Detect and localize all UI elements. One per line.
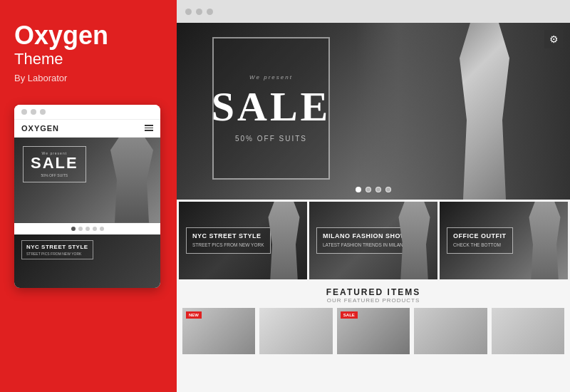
sale-card: We present SALE 50% OFF SUITS (212, 37, 330, 180)
mobile-title-bar (14, 105, 160, 120)
category-banner-1[interactable]: NYC STREET STYLE STREET PICS FROM NEW YO… (179, 202, 307, 279)
hero-off-text: 50% OFF SUITS (235, 135, 307, 143)
mobile-dot-3 (40, 109, 46, 115)
mobile-dot-3[interactable] (86, 227, 90, 231)
mobile-mockup: OXYGEN We present SALE 50% OFF SUITS NYC… (14, 105, 160, 288)
products-row: NEW SALE (182, 308, 564, 354)
mobile-woman-silhouette (110, 138, 153, 223)
browser-dot-1 (185, 9, 192, 15)
brand-title: Oxygen (14, 21, 162, 50)
hero-slider-dots (356, 187, 391, 192)
product-card-4[interactable] (414, 308, 487, 354)
cat-title-1: NYC STREET STYLE (192, 232, 264, 240)
right-panel: We present SALE 50% OFF SUITS NYC STREET… (177, 0, 570, 392)
product-card-2[interactable] (259, 308, 332, 354)
brand-by: By Laborator (14, 73, 162, 83)
mobile-nav: OXYGEN (14, 120, 160, 138)
hero-dot-3[interactable] (375, 187, 381, 192)
browser-dot-3 (207, 9, 213, 15)
category-row: NYC STREET STYLE STREET PICS FROM NEW YO… (177, 200, 570, 282)
product-card-3[interactable]: SALE (337, 308, 410, 354)
mobile-dot-2[interactable] (78, 227, 83, 231)
cat-sub-1: STREET PICS FROM NEW YORK (192, 242, 264, 248)
mobile-hero-sale: SALE (31, 155, 78, 171)
website-content: We present SALE 50% OFF SUITS NYC STREET… (177, 23, 570, 392)
settings-button[interactable] (544, 30, 563, 48)
browser-bar (177, 0, 570, 23)
product-card-1[interactable]: NEW (182, 308, 255, 354)
mobile-banner-title: NYC STREET STYLE (26, 244, 88, 250)
category-banner-3[interactable]: OFFICE OUTFIT CHECK THE BOTTOM (440, 202, 568, 279)
left-panel: Oxygen Theme By Laborator OXYGEN We pres… (0, 0, 177, 392)
featured-section: FEATURED ITEMS OUR FEATURED PRODUCTS NEW… (177, 282, 570, 360)
product-badge-3: SALE (341, 311, 358, 319)
featured-header: FEATURED ITEMS OUR FEATURED PRODUCTS (182, 287, 564, 304)
mobile-dot-1 (21, 109, 27, 115)
brand-subtitle: Theme (14, 50, 162, 68)
product-image-2 (259, 308, 332, 354)
cat-sub-2: LATEST FASHION TRENDS IN MILANO (323, 242, 407, 248)
featured-title: FEATURED ITEMS (182, 287, 564, 297)
product-badge-1: NEW (186, 311, 202, 319)
mobile-banner: NYC STREET STYLE STREET PICS FROM NEW YO… (14, 234, 160, 288)
mobile-dot-2 (31, 109, 36, 115)
cat-text-box-3: OFFICE OUTFIT CHECK THE BOTTOM (447, 227, 513, 253)
mobile-dot-1[interactable] (71, 227, 76, 231)
hero-slider: We present SALE 50% OFF SUITS (177, 23, 570, 200)
mobile-banner-text: NYC STREET STYLE STREET PICS FROM NEW YO… (21, 240, 93, 259)
cat-sub-3: CHECK THE BOTTOM (453, 242, 507, 248)
hamburger-icon[interactable] (145, 125, 153, 131)
mobile-dot-5[interactable] (100, 227, 104, 231)
hero-dot-1[interactable] (356, 187, 361, 192)
mobile-dot-4[interactable] (93, 227, 97, 231)
mobile-slider-dots (14, 223, 160, 234)
cat-title-3: OFFICE OUTFIT (453, 232, 507, 240)
product-image-4 (414, 308, 487, 354)
mobile-hero-off: 50% OFF SUITS (31, 173, 78, 177)
hero-dot-2[interactable] (366, 187, 371, 192)
hero-dot-4[interactable] (385, 187, 391, 192)
category-banner-2[interactable]: MILANO FASHION SHOW LATEST FASHION TREND… (309, 202, 437, 279)
mobile-hero-content: We present SALE 50% OFF SUITS (23, 146, 86, 182)
hero-woman-silhouette (356, 23, 570, 200)
cat-text-box-2: MILANO FASHION SHOW LATEST FASHION TREND… (316, 227, 413, 253)
mobile-banner-sub: STREET PICS FROM NEW YORK (26, 252, 88, 256)
mobile-hero: We present SALE 50% OFF SUITS (14, 138, 160, 223)
featured-subtitle: OUR FEATURED PRODUCTS (182, 297, 564, 304)
cat-title-2: MILANO FASHION SHOW (323, 232, 407, 240)
hero-present-text: We present (249, 74, 293, 81)
product-image-5 (492, 308, 564, 354)
cat-text-box-1: NYC STREET STYLE STREET PICS FROM NEW YO… (186, 227, 271, 253)
browser-dot-2 (196, 9, 202, 15)
mobile-nav-title: OXYGEN (21, 124, 59, 133)
product-card-5[interactable] (492, 308, 564, 354)
hero-sale-text: SALE (212, 86, 331, 128)
